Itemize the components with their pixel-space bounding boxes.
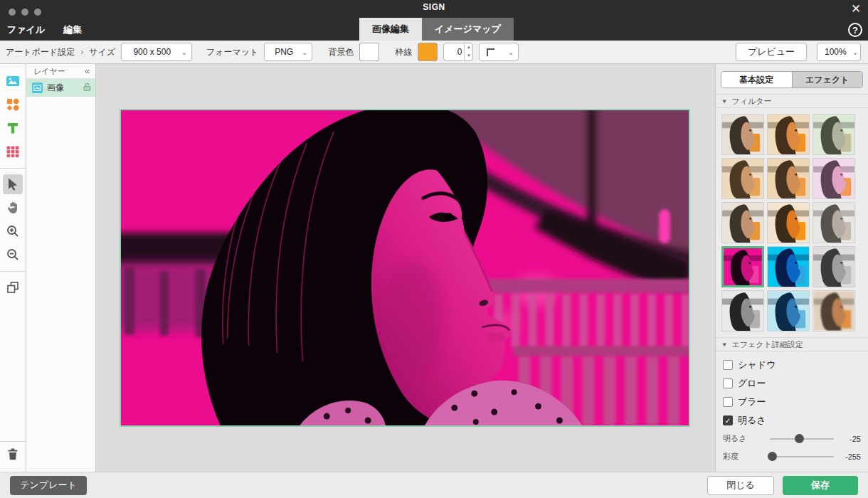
filter-thumbnail-lilac[interactable]: [813, 158, 855, 199]
chevron-down-icon: ⌄: [852, 48, 858, 56]
filter-thumbnail-soft[interactable]: [721, 202, 764, 243]
border-width-stepper[interactable]: 0 ▲ ▼: [443, 43, 473, 61]
brightness-slider[interactable]: [770, 438, 834, 440]
format-select[interactable]: PNG ⌄: [264, 43, 312, 61]
collapse-panel-icon[interactable]: «: [85, 66, 90, 76]
size-label: サイズ: [89, 46, 115, 58]
saturation-value: -255: [838, 452, 861, 461]
app-title: SIGN: [0, 2, 868, 12]
canvas-area[interactable]: [96, 64, 715, 472]
stepper-up-icon[interactable]: ▲: [465, 43, 472, 52]
save-button[interactable]: 保存: [783, 476, 858, 495]
brightness-slider-row: 明るさ -25: [723, 430, 861, 447]
grid-tool-icon[interactable]: [3, 142, 23, 161]
filter-thumbnail-blur-warm[interactable]: [813, 290, 855, 332]
brightness-checkbox[interactable]: ✓: [723, 415, 733, 425]
zoom-out-tool-icon[interactable]: [3, 245, 23, 265]
corner-style-select[interactable]: ⌄: [479, 43, 519, 61]
artboard-toolbar: アートボード設定 › サイズ 900 x 500 ⌄ フォーマット PNG ⌄ …: [0, 41, 868, 64]
duplicate-tool-icon[interactable]: [3, 277, 23, 297]
effect-details-header[interactable]: ▾ エフェクト詳細設定: [716, 337, 868, 351]
checkbox-row-blur[interactable]: ブラー: [723, 393, 861, 411]
shapes-tool-icon[interactable]: [3, 95, 23, 115]
menubar: ファイル 編集: [7, 23, 82, 36]
settings-tabs: 基本設定 エフェクト: [721, 71, 863, 88]
filter-thumbnail-warm[interactable]: [767, 114, 810, 155]
bgcolor-swatch[interactable]: [359, 43, 379, 61]
filter-grid: [716, 108, 868, 337]
corner-icon: [487, 48, 494, 56]
filter-thumbnail-sepia[interactable]: [721, 158, 764, 199]
checkbox-row-glow[interactable]: グロー: [723, 374, 861, 393]
chevron-down-icon: ▾: [722, 341, 726, 348]
layers-title: レイヤー: [33, 66, 65, 77]
footer-bar: テンプレート 閉じる 保存: [0, 472, 868, 498]
divider: [0, 271, 26, 272]
saturation-slider-row: 彩度 -255: [723, 447, 861, 465]
app-window: SIGN ファイル 編集 画像編集 イメージマップ ✕ ? アートボード設定 ›…: [0, 0, 868, 498]
divider: [0, 168, 26, 169]
trash-tool-icon[interactable]: [3, 444, 23, 464]
filter-thumbnail-light-gray[interactable]: [813, 202, 855, 243]
slider-thumb[interactable]: [768, 452, 777, 461]
text-tool-icon[interactable]: [3, 118, 23, 138]
brightness-value: -25: [838, 435, 861, 443]
unlock-icon[interactable]: [83, 83, 91, 93]
bgcolor-label: 背景色: [328, 46, 354, 58]
chevron-down-icon: ⌄: [508, 48, 514, 56]
preview-button[interactable]: プレビュー: [736, 43, 807, 61]
menu-file[interactable]: ファイル: [7, 23, 45, 36]
chevron-down-icon: ⌄: [181, 48, 187, 56]
chevron-down-icon: ▾: [722, 97, 726, 105]
filter-thumbnail-normal[interactable]: [721, 114, 764, 155]
effect-details-title: エフェクト詳細設定: [732, 339, 803, 350]
image-layer-icon: [32, 83, 43, 93]
zoom-select[interactable]: 100% ⌄: [817, 43, 861, 61]
tool-strip: [0, 64, 26, 472]
titlebar: SIGN ファイル 編集 画像編集 イメージマップ ✕ ?: [0, 0, 868, 41]
zoom-in-tool-icon[interactable]: [3, 221, 23, 241]
checkbox-row-shadow[interactable]: シャドウ: [723, 356, 861, 374]
blur-checkbox[interactable]: [723, 397, 733, 407]
filter-thumbnail-cyan[interactable]: [767, 246, 810, 287]
template-button[interactable]: テンプレート: [10, 476, 87, 495]
glow-checkbox[interactable]: [723, 378, 733, 388]
effect-details: シャドウ グロー ブラー ✓ 明るさ 明るさ -25: [716, 351, 868, 465]
checkbox-row-brightness[interactable]: ✓ 明るさ: [723, 411, 861, 430]
saturation-slider[interactable]: [770, 456, 834, 457]
format-label: フォーマット: [206, 46, 258, 58]
mode-tabs: 画像編集 イメージマップ: [359, 18, 514, 41]
close-icon[interactable]: ✕: [850, 3, 862, 16]
shadow-checkbox[interactable]: [723, 360, 733, 370]
tab-image-edit[interactable]: 画像編集: [359, 18, 422, 41]
filter-thumbnail-vivid-orange[interactable]: [767, 202, 810, 243]
layer-row-image[interactable]: 画像: [26, 79, 95, 97]
tab-effects[interactable]: エフェクト: [792, 72, 863, 88]
size-select[interactable]: 900 x 500 ⌄: [121, 43, 192, 61]
magenta-duotone-photo: [121, 110, 689, 425]
artboard-settings-label: アートボード設定: [6, 46, 75, 58]
filter-thumbnail-tan[interactable]: [767, 158, 810, 199]
stepper-down-icon[interactable]: ▼: [465, 52, 472, 60]
menu-edit[interactable]: 編集: [63, 23, 82, 36]
filter-section-header[interactable]: ▾ フィルター: [716, 94, 868, 108]
tab-basic-settings[interactable]: 基本設定: [721, 72, 792, 88]
close-button[interactable]: 閉じる: [707, 476, 774, 495]
image-tool-icon[interactable]: [3, 71, 23, 91]
filter-thumbnail-grayscale[interactable]: [813, 246, 855, 287]
slider-thumb[interactable]: [795, 434, 804, 443]
divider: [0, 441, 26, 442]
filter-thumbnail-magenta[interactable]: [721, 246, 764, 287]
select-tool-icon[interactable]: [3, 174, 23, 194]
artboard-image[interactable]: [120, 109, 690, 427]
help-icon[interactable]: ?: [848, 23, 862, 37]
layers-panel: レイヤー « 画像: [26, 64, 96, 472]
layer-label: 画像: [47, 82, 79, 94]
filter-thumbnail-bw[interactable]: [721, 290, 764, 332]
filter-thumbnail-blue-duotone[interactable]: [767, 290, 810, 332]
tab-image-map[interactable]: イメージマップ: [422, 18, 514, 41]
hand-tool-icon[interactable]: [3, 198, 23, 218]
filter-thumbnail-pale-green[interactable]: [813, 114, 855, 155]
filter-section-title: フィルター: [732, 96, 772, 107]
border-color-swatch[interactable]: [418, 43, 438, 61]
